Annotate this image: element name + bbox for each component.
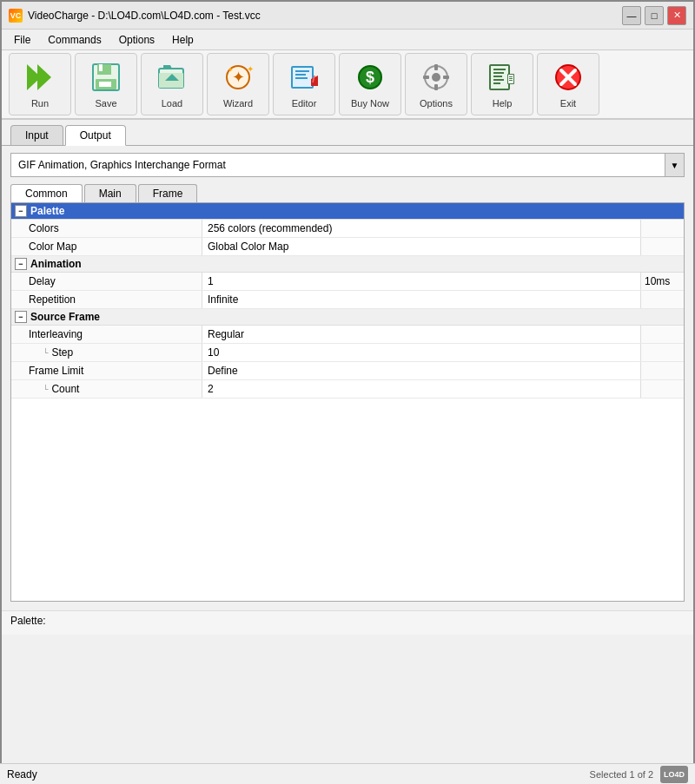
step-unit (640, 344, 684, 361)
menu-file[interactable]: File (5, 32, 39, 48)
svg-rect-36 (509, 76, 513, 77)
empty-space (11, 399, 684, 572)
animation-collapse-btn[interactable]: − (15, 258, 27, 270)
step-indent-icon: └ (43, 348, 48, 357)
menu-commands[interactable]: Commands (39, 32, 109, 48)
load-icon (155, 60, 189, 95)
format-dropdown[interactable]: GIF Animation, Graphics Interchange Form… (10, 153, 685, 177)
menu-bar: File Commands Options Help (2, 30, 693, 50)
status-text: Ready (7, 768, 37, 781)
save-icon (89, 60, 123, 95)
interleaving-label: Interleaving (11, 326, 202, 343)
editor-button[interactable]: Editor (273, 53, 335, 115)
exit-icon (551, 60, 586, 95)
svg-rect-30 (493, 72, 504, 74)
palette-collapse-btn[interactable]: − (15, 205, 27, 217)
count-value[interactable]: 2 (202, 380, 640, 398)
exit-button[interactable]: Exit (537, 53, 599, 115)
svg-text:✦: ✦ (247, 64, 254, 74)
framelimit-row: Frame Limit Define (11, 362, 684, 380)
svg-rect-31 (493, 76, 502, 77)
framelimit-unit (640, 362, 684, 379)
load-label: Load (162, 98, 182, 109)
sourceframe-collapse-btn[interactable]: − (15, 311, 27, 323)
svg-rect-15 (295, 70, 309, 72)
selection-text: Selected 1 of 2 (590, 769, 653, 780)
svg-rect-29 (493, 69, 506, 70)
count-row: └ Count 2 (11, 380, 684, 399)
menu-options[interactable]: Options (110, 32, 163, 48)
delay-unit: 10ms (640, 273, 684, 290)
window-controls: — □ ✕ (622, 6, 686, 25)
run-button[interactable]: Run (9, 53, 71, 115)
delay-value[interactable]: 1 (202, 273, 640, 290)
animation-group-header[interactable]: − Animation (11, 256, 684, 273)
toolbar: Run Save Load ✦ (2, 50, 693, 120)
format-value: GIF Animation, Graphics Interchange Form… (11, 155, 665, 175)
dropdown-arrow-icon[interactable]: ▼ (665, 154, 684, 176)
step-label: └ Step (11, 344, 202, 361)
framelimit-label: Frame Limit (11, 362, 202, 379)
svg-rect-27 (443, 76, 449, 79)
colors-value[interactable]: 256 colors (recommended) (202, 220, 640, 237)
colormap-label: Color Map (11, 238, 202, 255)
run-label: Run (31, 98, 49, 109)
palette-group-header[interactable]: − Palette (11, 203, 684, 220)
logo-text: LO4D (664, 770, 685, 779)
delay-label: Delay (11, 273, 202, 290)
svg-rect-32 (493, 79, 504, 81)
repetition-unit (640, 291, 684, 308)
status-bar: Ready Selected 1 of 2 LO4D (0, 763, 695, 784)
svg-rect-17 (295, 77, 308, 79)
description-text: Palette: (10, 615, 46, 627)
options-button[interactable]: Options (405, 53, 467, 115)
framelimit-value[interactable]: Define (202, 362, 640, 379)
buynow-label: Buy Now (351, 98, 389, 109)
colormap-row: Color Map Global Color Map (11, 238, 684, 256)
app-icon: VC (9, 9, 23, 23)
palette-group-label: Palette (30, 205, 64, 217)
colors-label: Colors (11, 220, 202, 237)
main-tabs: Input Output (2, 120, 693, 146)
colormap-value[interactable]: Global Color Map (202, 238, 640, 255)
sub-tab-main[interactable]: Main (84, 184, 136, 202)
sub-tab-common[interactable]: Common (10, 184, 83, 202)
buynow-button[interactable]: $ Buy Now (339, 53, 401, 115)
menu-help[interactable]: Help (163, 32, 202, 48)
options-label: Options (420, 98, 453, 109)
properties-panel: − Palette Colors 256 colors (recommended… (10, 202, 685, 602)
svg-rect-6 (99, 82, 111, 87)
svg-rect-26 (423, 76, 429, 79)
colors-row: Colors 256 colors (recommended) (11, 220, 684, 238)
repetition-row: Repetition Infinite (11, 291, 684, 309)
interleaving-unit (640, 326, 684, 343)
interleaving-value[interactable]: Regular (202, 326, 640, 343)
svg-text:✦: ✦ (228, 66, 234, 74)
wizard-button[interactable]: ✦ ✦ ✦ Wizard (207, 53, 269, 115)
save-label: Save (95, 98, 116, 109)
title-bar: VC VideoCharge - D:\LO4D.com\LO4D.com - … (2, 2, 693, 30)
load-button[interactable]: Load (141, 53, 203, 115)
svg-rect-25 (434, 84, 438, 90)
options-icon (419, 60, 453, 95)
svg-marker-1 (37, 64, 51, 90)
interleaving-row: Interleaving Regular (11, 326, 684, 344)
help-button[interactable]: Help (471, 53, 533, 115)
sub-tab-frame[interactable]: Frame (138, 184, 198, 202)
step-value[interactable]: 10 (202, 344, 640, 361)
description-bar: Palette: (2, 610, 693, 635)
minimize-button[interactable]: — (622, 6, 641, 25)
sub-tabs: Common Main Frame (2, 184, 693, 202)
help-label: Help (493, 98, 513, 109)
close-button[interactable]: ✕ (667, 6, 686, 25)
count-indent-icon: └ (43, 385, 48, 393)
restore-button[interactable]: □ (645, 6, 664, 25)
editor-icon (287, 60, 321, 95)
sourceframe-group-header[interactable]: − Source Frame (11, 309, 684, 326)
colors-unit (640, 220, 684, 237)
repetition-value[interactable]: Infinite (202, 291, 640, 308)
tab-output[interactable]: Output (65, 125, 126, 146)
wizard-icon: ✦ ✦ ✦ (221, 60, 255, 95)
save-button[interactable]: Save (75, 53, 137, 115)
tab-input[interactable]: Input (10, 125, 63, 145)
